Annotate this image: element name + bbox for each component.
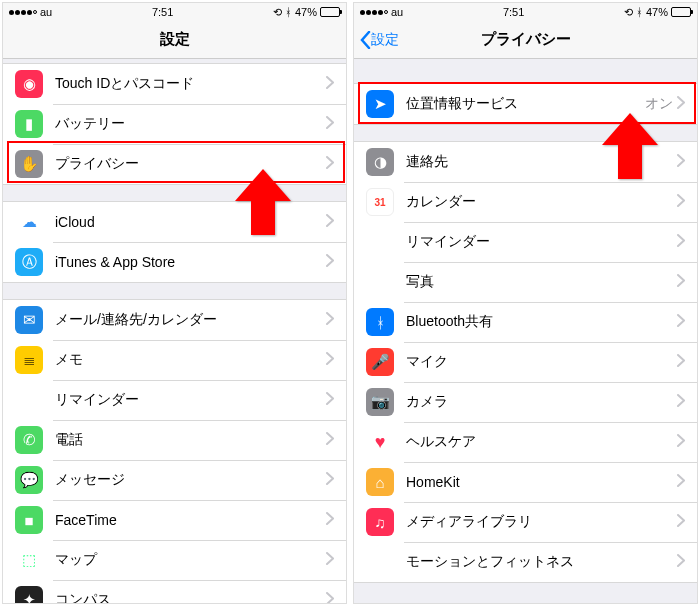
- privacy-screen: au 7:51 ⟲ ᚼ 47% 設定 プライバシー ➤位置情報サービスオン◑連絡…: [353, 2, 698, 604]
- row-label: マップ: [55, 551, 326, 569]
- phone-icon: ✆: [15, 426, 43, 454]
- back-button[interactable]: 設定: [360, 31, 399, 49]
- row-notes[interactable]: ≣メモ: [3, 340, 346, 380]
- row-mail[interactable]: ✉メール/連絡先/カレンダー: [3, 300, 346, 340]
- row-label: カレンダー: [406, 193, 677, 211]
- row-label: コンパス: [55, 591, 326, 603]
- row-photos[interactable]: ❀写真: [354, 262, 697, 302]
- footer-text: データへのアクセスを要求したAppが上のカテゴリに表示されます。: [354, 599, 697, 603]
- row-label: 電話: [55, 431, 326, 449]
- row-label: メッセージ: [55, 471, 326, 489]
- row-maps[interactable]: ⬚マップ: [3, 540, 346, 580]
- chevron-right-icon: [326, 471, 334, 489]
- row-label: FaceTime: [55, 512, 326, 528]
- time-label: 7:51: [152, 6, 173, 18]
- map-icon: ⬚: [15, 546, 43, 574]
- chevron-right-icon: [326, 253, 334, 271]
- row-label: メディアライブラリ: [406, 513, 677, 531]
- chevron-right-icon: [677, 153, 685, 171]
- chevron-right-icon: [326, 591, 334, 603]
- home-icon: ⌂: [366, 468, 394, 496]
- chevron-right-icon: [677, 95, 685, 113]
- row-homekit[interactable]: ⌂HomeKit: [354, 462, 697, 502]
- video-icon: ■: [15, 506, 43, 534]
- settings-group: ✉メール/連絡先/カレンダー≣メモ⋮リマインダー✆電話💬メッセージ■FaceTi…: [3, 299, 346, 603]
- rotation-lock-icon: ⟲: [624, 6, 633, 19]
- row-label: バッテリー: [55, 115, 326, 133]
- row-label: 位置情報サービス: [406, 95, 645, 113]
- row-phone[interactable]: ✆電話: [3, 420, 346, 460]
- row-reminders[interactable]: ⋮リマインダー: [3, 380, 346, 420]
- chevron-right-icon: [326, 431, 334, 449]
- row-label: 写真: [406, 273, 677, 291]
- chevron-right-icon: [326, 115, 334, 133]
- health-icon: ♥: [366, 428, 394, 456]
- chevron-right-icon: [677, 353, 685, 371]
- chevron-right-icon: [326, 75, 334, 93]
- page-title: プライバシー: [481, 30, 571, 49]
- mail-icon: ✉: [15, 306, 43, 334]
- settings-group: ◉Touch IDとパスコード▮バッテリー✋プライバシー: [3, 63, 346, 185]
- row-media[interactable]: ♫メディアライブラリ: [354, 502, 697, 542]
- row-touchid[interactable]: ◉Touch IDとパスコード: [3, 64, 346, 104]
- chevron-right-icon: [326, 155, 334, 173]
- row-icloud[interactable]: ☁iCloud: [3, 202, 346, 242]
- row-label: Bluetooth共有: [406, 313, 677, 331]
- chevron-right-icon: [677, 233, 685, 251]
- appstore-icon: Ⓐ: [15, 248, 43, 276]
- bluetooth-icon: ᚼ: [285, 6, 292, 18]
- row-motion[interactable]: 〰モーションとフィットネス: [354, 542, 697, 582]
- camera-icon: 📷: [366, 388, 394, 416]
- reminders-icon: ⋮: [366, 228, 394, 256]
- row-health[interactable]: ♥ヘルスケア: [354, 422, 697, 462]
- row-label: マイク: [406, 353, 677, 371]
- bluetooth-icon: ᚼ: [366, 308, 394, 336]
- chevron-right-icon: [326, 213, 334, 231]
- row-appstore[interactable]: ⒶiTunes & App Store: [3, 242, 346, 282]
- row-reminders2[interactable]: ⋮リマインダー: [354, 222, 697, 262]
- status-bar: au 7:51 ⟲ ᚼ 47%: [3, 3, 346, 21]
- row-label: モーションとフィットネス: [406, 553, 677, 571]
- battery-pct-label: 47%: [295, 6, 317, 18]
- signal-dots-icon: [360, 10, 388, 15]
- carrier-label: au: [40, 6, 52, 18]
- row-messages[interactable]: 💬メッセージ: [3, 460, 346, 500]
- status-bar: au 7:51 ⟲ ᚼ 47%: [354, 3, 697, 21]
- chevron-right-icon: [677, 553, 685, 571]
- row-calendar[interactable]: 31カレンダー: [354, 182, 697, 222]
- cloud-icon: ☁: [15, 208, 43, 236]
- contacts-icon: ◑: [366, 148, 394, 176]
- row-label: カメラ: [406, 393, 677, 411]
- chevron-right-icon: [326, 511, 334, 529]
- chevron-right-icon: [677, 193, 685, 211]
- carrier-label: au: [391, 6, 403, 18]
- time-label: 7:51: [503, 6, 524, 18]
- settings-list[interactable]: ◉Touch IDとパスコード▮バッテリー✋プライバシー☁iCloudⒶiTun…: [3, 59, 346, 603]
- photos-icon: ❀: [366, 268, 394, 296]
- chevron-right-icon: [326, 311, 334, 329]
- red-arrow-icon: [233, 169, 293, 243]
- row-compass[interactable]: ✦コンパス: [3, 580, 346, 603]
- row-mic[interactable]: 🎤マイク: [354, 342, 697, 382]
- message-icon: 💬: [15, 466, 43, 494]
- page-title: 設定: [160, 30, 190, 49]
- notes-icon: ≣: [15, 346, 43, 374]
- row-label: メール/連絡先/カレンダー: [55, 311, 326, 329]
- reminders-icon: ⋮: [15, 386, 43, 414]
- chevron-right-icon: [677, 393, 685, 411]
- location-icon: ➤: [366, 90, 394, 118]
- row-battery[interactable]: ▮バッテリー: [3, 104, 346, 144]
- hand-icon: ✋: [15, 150, 43, 178]
- row-label: HomeKit: [406, 474, 677, 490]
- chevron-right-icon: [677, 273, 685, 291]
- row-privacy[interactable]: ✋プライバシー: [3, 144, 346, 184]
- row-camera[interactable]: 📷カメラ: [354, 382, 697, 422]
- row-facetime[interactable]: ■FaceTime: [3, 500, 346, 540]
- mic-icon: 🎤: [366, 348, 394, 376]
- row-bluetooth[interactable]: ᚼBluetooth共有: [354, 302, 697, 342]
- rotation-lock-icon: ⟲: [273, 6, 282, 19]
- calendar-icon: 31: [366, 188, 394, 216]
- nav-bar: 設定: [3, 21, 346, 59]
- chevron-right-icon: [677, 473, 685, 491]
- music-icon: ♫: [366, 508, 394, 536]
